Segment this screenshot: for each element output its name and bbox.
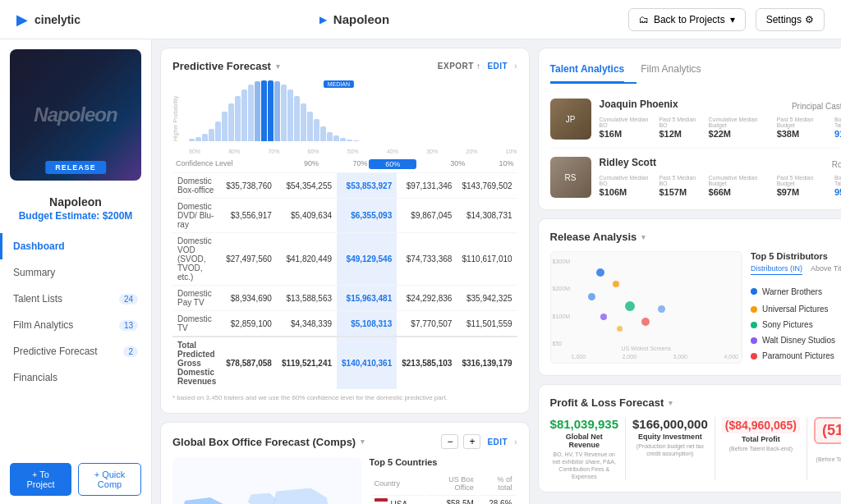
- pnl-header: Profit & Loss Forecast ▾ VIEW ›: [550, 396, 841, 409]
- metric-past5-bo-rs: Past 5 Median BO $157M: [659, 175, 698, 198]
- chart-bar: [209, 129, 214, 141]
- scatter-dot: [588, 293, 595, 300]
- chevron-icon: ▾: [361, 438, 365, 446]
- dist-tab-above[interactable]: Above Titles (19): [811, 264, 841, 275]
- zoom-in-button[interactable]: +: [463, 434, 480, 449]
- movie-title-nav: Napoleon: [333, 12, 389, 26]
- distributor-item-disney[interactable]: Walt Disney Studios: [751, 332, 841, 348]
- metric-cum-budget: Cumulative Median Budget $22M: [709, 117, 767, 140]
- distributor-item-universal[interactable]: Universal Pictures: [751, 301, 841, 317]
- add-to-project-button[interactable]: + To Project: [10, 463, 71, 496]
- sidebar-item-talent-lists[interactable]: Talent Lists 24: [0, 286, 151, 312]
- top5-countries: Top 5 Countries Country US Box Office % …: [370, 457, 517, 504]
- tab-talent-analytics[interactable]: Talent Analytics: [550, 60, 625, 83]
- talent-metrics-joaquin: Cumulative Median BO $16M Past 5 Median …: [600, 117, 841, 140]
- country-row: USA $58.5M 28.6%: [371, 495, 516, 504]
- top5-countries-label: Top 5 Countries: [370, 457, 517, 467]
- release-analysis-card: Release Analysis ▾ $300M $200M $100M: [538, 218, 841, 376]
- table-row: Domestic Pay TV $8,934,690 $13,588,563 $…: [172, 286, 517, 311]
- asia-region: [273, 488, 329, 504]
- scatter-chart: $300M $200M $100M $50: [550, 251, 742, 364]
- table-row: Domestic TV $2,859,100 $4,348,339 $5,108…: [172, 311, 517, 337]
- metric-talentscore-rs: Box-office Talentscore 95.2: [834, 175, 841, 198]
- dist-tab-in[interactable]: Distributors (IN): [751, 264, 802, 275]
- scatter-dot: [600, 314, 607, 320]
- chart-bar-median: [268, 80, 273, 141]
- main-container: Napoleon RELEASE Napoleon Budget Estimat…: [0, 39, 841, 504]
- chart-bar-median: [261, 80, 267, 141]
- top-navigation: ▶ cinelytic ▶ Napoleon 🗂 Back to Project…: [0, 0, 841, 39]
- metric-past5-budget: Past 5 Median Budget $38M: [777, 117, 825, 140]
- chart-bar: [281, 85, 287, 141]
- equity-sublabel: (Production budget net tax credit assump…: [632, 442, 708, 457]
- gbo-title: Global Box Office Forecast (Comps) ▾: [172, 436, 365, 448]
- distributor-item-sony[interactable]: Sony Pictures: [751, 317, 841, 332]
- release-analysis-layout: $300M $200M $100M $50: [550, 251, 841, 364]
- pnl-divider-1: [625, 417, 626, 480]
- zoom-controls: − +: [441, 434, 480, 449]
- distributor-item-paramount[interactable]: Paramount Pictures: [751, 348, 841, 364]
- sidebar-item-dashboard[interactable]: Dashboard: [0, 233, 151, 259]
- talent-tabs: Talent Analytics Film Analytics: [550, 60, 701, 83]
- sidebar-item-predictive-forecast[interactable]: Predictive Forecast 2: [0, 338, 151, 364]
- poster-text: Napoleon: [34, 103, 117, 126]
- logo-text: cinelytic: [34, 13, 80, 26]
- sidebar-item-film-analytics[interactable]: Film Analytics 13: [0, 312, 151, 338]
- film-analytics-count: 13: [119, 320, 138, 331]
- equity-value: $166,000,000: [632, 417, 708, 431]
- chart-bar: [248, 85, 254, 141]
- global-net-sublabel: BO, HV, TV Revenue on net exhibitor shar…: [550, 451, 618, 480]
- quick-comp-button[interactable]: + Quick Comp: [78, 463, 141, 496]
- chevron-right-icon: ›: [514, 62, 517, 71]
- distributor-item-wb[interactable]: Warner Brothers ✓: [751, 282, 841, 301]
- gbo-actions: − + EDIT ›: [441, 434, 517, 449]
- metric-cum-bo: Cumulative Median BO $16M: [600, 117, 650, 140]
- content-right: Talent Analytics Film Analytics EDIT › J…: [538, 48, 841, 504]
- back-to-projects-button[interactable]: 🗂 Back to Projects ▾: [628, 8, 746, 31]
- chart-bar: [333, 135, 339, 141]
- forecast-footnote: * based on 3,450 trailers and we use the…: [172, 394, 517, 401]
- chart-bar: [314, 119, 319, 141]
- logo-icon: ▶: [16, 11, 28, 29]
- zoom-out-button[interactable]: −: [441, 434, 458, 449]
- talent-analytics-header: Talent Analytics Film Analytics EDIT ›: [550, 60, 841, 83]
- predictive-forecast-header: Predictive Forecast ▾ EXPORT ↑ EDIT ›: [172, 60, 517, 72]
- scatter-y-axis: $300M $200M $100M $50: [553, 259, 570, 346]
- talent-info-joaquin: Joaquin Phoenix Principal Cast: Napoleon…: [600, 99, 841, 140]
- sidebar-item-summary[interactable]: Summary: [0, 259, 151, 286]
- content-left: Predictive Forecast ▾ EXPORT ↑ EDIT ›: [160, 48, 530, 504]
- export-button[interactable]: EXPORT ↑: [438, 62, 481, 71]
- confidence-headers: Confidence Level 90% 70% 60% 30% 10%: [172, 158, 517, 171]
- scatter-dot: [613, 281, 619, 287]
- predictive-forecast-card: Predictive Forecast ▾ EXPORT ↑ EDIT ›: [160, 48, 530, 414]
- logo-area: ▶ cinelytic: [16, 11, 80, 29]
- roi-label: ROI: [814, 446, 841, 454]
- avatar-ridley-scott: RS: [550, 157, 591, 198]
- release-badge: RELEASE: [45, 161, 106, 174]
- north-america-region: [182, 497, 228, 504]
- gear-icon: ⚙: [805, 14, 814, 25]
- chart-bar: [347, 140, 352, 141]
- movie-title-area: ▶ Napoleon: [319, 12, 389, 26]
- metric-talentscore: Box-office Talentscore 91.3: [834, 117, 841, 140]
- world-map-svg: [172, 457, 361, 504]
- predictive-forecast-title: Predictive Forecast ▾: [172, 60, 280, 72]
- scatter-x-label: US Widest Screens: [621, 346, 671, 351]
- total-profit-sublabel: (Before Talent Back-end): [722, 445, 800, 452]
- gbo-edit-button[interactable]: EDIT: [487, 438, 508, 447]
- sidebar-item-financials[interactable]: Financials: [0, 364, 151, 391]
- tab-film-analytics[interactable]: Film Analytics: [641, 60, 701, 83]
- pnl-divider-3: [807, 417, 807, 480]
- dist-dot-universal: [751, 306, 757, 313]
- pnl-title: Profit & Loss Forecast ▾: [550, 396, 673, 409]
- chart-bar: [195, 137, 201, 141]
- chart-bar: [340, 138, 346, 141]
- table-row: Domestic DVD/ Blu-ray $3,556,917 $5,409,…: [172, 199, 517, 233]
- edit-button[interactable]: EDIT: [487, 62, 508, 71]
- chevron-down-icon: ▾: [730, 14, 735, 25]
- settings-button[interactable]: Settings ⚙: [756, 8, 825, 31]
- global-net-label: Global Net Revenue: [550, 433, 618, 449]
- talent-lists-count: 24: [119, 294, 138, 305]
- metric-past5-budget-rs: Past 5 Median Budget $97M: [777, 175, 825, 198]
- distributors-section: Top 5 Distributors VIEW › Distributors (…: [751, 251, 841, 364]
